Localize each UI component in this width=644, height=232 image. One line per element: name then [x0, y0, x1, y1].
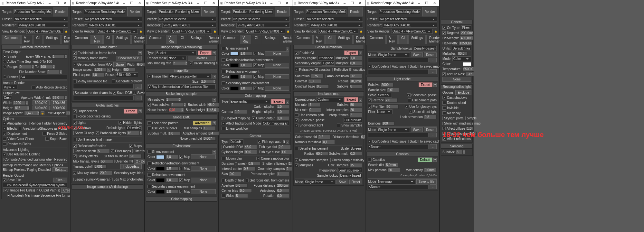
spinner-every-nth[interactable]: ▲▼: [52, 54, 67, 59]
area-select[interactable]: View: [3, 85, 17, 90]
target-label: Target:: [2, 10, 12, 14]
gi-color-swatch[interactable]: [156, 155, 165, 159]
minimize-icon[interactable]: –: [120, 1, 128, 5]
close-icon[interactable]: ✕: [62, 1, 69, 5]
btn-640[interactable]: 640x480: [33, 106, 49, 110]
minimize-icon[interactable]: –: [46, 1, 53, 5]
maximize-icon[interactable]: ☐: [128, 1, 135, 5]
renderer-label: Renderer:: [2, 23, 16, 27]
frames-input[interactable]: [19, 75, 67, 79]
rollup-header[interactable]: Common Parameters: [2, 45, 69, 50]
window-icon: ⊞: [2, 1, 4, 5]
output-path[interactable]: [3, 183, 67, 188]
window-icon: ⊞: [367, 1, 369, 5]
pane-4: ⊞Render Setup: V-Ray Adv 3.40.01–☐✕ Targ…: [219, 0, 292, 232]
files-button[interactable]: Files...: [53, 178, 67, 182]
btn-320[interactable]: 320x240: [33, 100, 49, 105]
light-color-swatch[interactable]: [463, 62, 471, 66]
time-output-label: Time Output: [3, 50, 67, 54]
view-label: View to Render:: [2, 30, 25, 33]
window-icon: ⊞: [72, 1, 74, 5]
preset-label: Preset:: [2, 17, 13, 21]
lock-aspect-icon[interactable]: 🔒: [41, 111, 44, 115]
lock-icon[interactable]: 🔒: [139, 30, 142, 33]
help-icon[interactable]: ?: [138, 51, 142, 55]
target-select[interactable]: Production Rendering Mode: [14, 9, 52, 14]
radio-range[interactable]: [3, 65, 6, 69]
btn-720[interactable]: 720x486: [51, 100, 67, 105]
window-buttons: – ☐ ✕: [46, 1, 69, 5]
pane-5: ⊞Render Setup: V-Ray Adv 3.40.01–☐✕ Targ…: [292, 0, 365, 232]
renderer-select[interactable]: V-Ray Adv 3.40.01: [18, 23, 68, 28]
rollup-common-params: Common Parameters Time Output SingleEver…: [1, 45, 69, 199]
tab-vray[interactable]: V-Ray: [21, 35, 33, 44]
tabs: Common V-Ray GI Settings Render Elements: [0, 34, 70, 44]
window-title: Render Setup: V-Ray Adv 3.40.01: [5, 1, 44, 5]
tab-common[interactable]: Common: [2, 35, 21, 44]
browse-button[interactable]: ...: [135, 84, 142, 89]
lock-icon[interactable]: 🔒: [65, 30, 68, 33]
expert-button[interactable]: Expert: [124, 109, 137, 114]
pane-3: ⊞Render Setup: V-Ray Adv 3.40.01–☐✕ Targ…: [145, 0, 219, 232]
preset-select[interactable]: No preset selected: [14, 17, 68, 22]
pane-2: ⊞Render Setup: V-Ray Adv 3.40.01–☐✕ Targ…: [70, 0, 145, 232]
pane-1: ⊞ Render Setup: V-Ray Adv 3.40.01 – ☐ ✕ …: [0, 0, 70, 232]
maximize-icon[interactable]: ☐: [54, 1, 61, 5]
tab-gi[interactable]: GI: [33, 35, 43, 44]
last-vfb[interactable]: Show last VFB: [116, 56, 142, 60]
view-select[interactable]: Quad 4 - VRayCam001: [26, 29, 63, 34]
titlebar: ⊞ Render Setup: V-Ray Adv 3.40.01 – ☐ ✕: [0, 0, 70, 6]
size-preset[interactable]: Custom: [3, 95, 12, 100]
tab-settings[interactable]: Settings: [43, 35, 61, 44]
btn-800[interactable]: 800x600: [51, 106, 67, 110]
render-button[interactable]: Render: [53, 7, 68, 16]
setup-button[interactable]: Setup...: [52, 167, 68, 172]
radio-ats[interactable]: [3, 60, 6, 63]
pane-7: General OnType:Plane Targeted Half-lengt…: [440, 0, 474, 232]
radio-frames[interactable]: [3, 75, 6, 79]
window-icon: ⊞: [146, 1, 148, 5]
close-icon[interactable]: ✕: [136, 1, 143, 5]
radio-single[interactable]: [3, 55, 6, 58]
window-icon: ⊞: [220, 1, 223, 5]
cb-auto-region[interactable]: [32, 86, 35, 89]
window-icon: ⊞: [294, 1, 296, 5]
pane-6: ⊞Render Setup: V-Ray Adv 3.40.01–☐✕ Targ…: [365, 0, 440, 232]
lock-icon[interactable]: L: [107, 68, 111, 72]
